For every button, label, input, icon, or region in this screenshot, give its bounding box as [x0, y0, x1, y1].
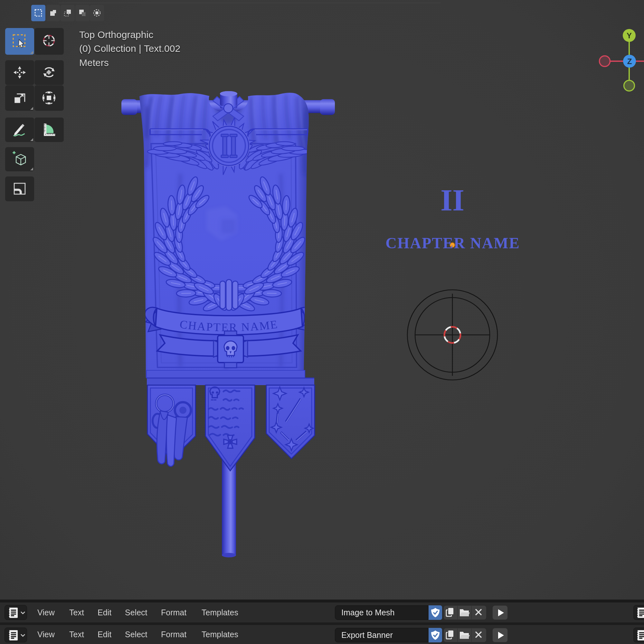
svg-text:Z: Z: [627, 57, 632, 66]
svg-text:Y: Y: [627, 31, 632, 40]
